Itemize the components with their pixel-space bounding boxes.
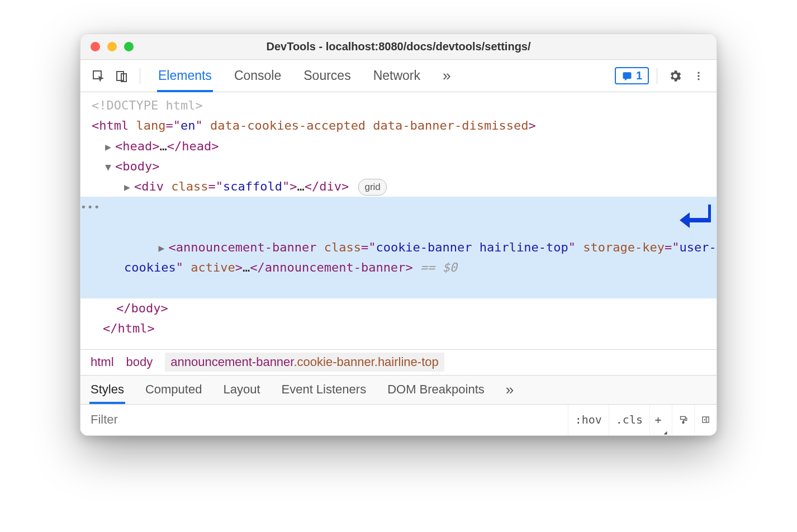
html-close-line[interactable]: </html> bbox=[92, 319, 717, 339]
zoom-window-button[interactable] bbox=[124, 42, 134, 51]
crumb-selected[interactable]: announcement-banner.cookie-banner.hairli… bbox=[165, 353, 444, 372]
issues-icon bbox=[622, 70, 633, 82]
new-style-rule-button[interactable]: +◢ bbox=[649, 405, 672, 435]
tab-elements[interactable]: Elements bbox=[158, 60, 212, 92]
head-line[interactable]: ▶<head>…</head> bbox=[92, 136, 717, 156]
svg-point-6 bbox=[698, 78, 699, 80]
body-open-line[interactable]: ▼<body> bbox=[92, 156, 717, 177]
inspect-element-icon[interactable] bbox=[88, 66, 108, 86]
tab-network[interactable]: Network bbox=[373, 60, 420, 92]
subtab-styles[interactable]: Styles bbox=[91, 376, 124, 404]
subtab-dom-breakpoints[interactable]: DOM Breakpoints bbox=[387, 376, 485, 404]
crumb-body[interactable]: body bbox=[126, 355, 153, 369]
toolbar-separator-2 bbox=[657, 68, 657, 84]
svg-rect-3 bbox=[623, 72, 631, 79]
issues-count: 1 bbox=[636, 69, 642, 82]
doctype-line[interactable]: <!DOCTYPE html> bbox=[92, 96, 717, 116]
html-open-line[interactable]: <html lang="en" data-cookies-accepted da… bbox=[92, 116, 717, 136]
panel-tabs: Elements Console Sources Network » bbox=[158, 60, 450, 92]
tab-console[interactable]: Console bbox=[234, 60, 281, 92]
kebab-menu-icon[interactable] bbox=[689, 66, 709, 86]
issues-button[interactable]: 1 bbox=[615, 67, 649, 84]
svg-rect-7 bbox=[681, 416, 686, 419]
subtab-event-listeners[interactable]: Event Listeners bbox=[282, 376, 367, 404]
subtab-layout[interactable]: Layout bbox=[223, 376, 260, 404]
selected-element-line[interactable]: ••• ▶<announcement-banner class="cookie-… bbox=[80, 197, 717, 298]
close-window-button[interactable] bbox=[91, 42, 100, 51]
breadcrumb: html body announcement-banner.cookie-ban… bbox=[80, 349, 717, 375]
devtools-window: DevTools - localhost:8080/docs/devtools/… bbox=[80, 34, 717, 436]
div-scaffold-line[interactable]: ▶<div class="scaffold">…</div> grid bbox=[92, 177, 717, 197]
svg-point-5 bbox=[698, 75, 699, 77]
styles-toolbar: :hov .cls +◢ bbox=[80, 404, 717, 435]
svg-rect-8 bbox=[682, 422, 684, 424]
window-controls bbox=[91, 42, 134, 51]
tab-more[interactable]: » bbox=[443, 60, 450, 92]
svg-point-4 bbox=[698, 72, 699, 73]
svg-rect-9 bbox=[703, 417, 709, 422]
subtab-computed[interactable]: Computed bbox=[145, 376, 202, 404]
annotation-arrow-icon bbox=[677, 201, 711, 243]
expand-arrow-icon[interactable]: ▶ bbox=[105, 139, 115, 155]
more-actions-icon[interactable]: ••• bbox=[80, 199, 101, 216]
console-ref: == $0 bbox=[420, 260, 457, 274]
main-toolbar: Elements Console Sources Network » 1 bbox=[80, 60, 717, 92]
minimize-window-button[interactable] bbox=[107, 42, 117, 51]
settings-icon[interactable] bbox=[665, 66, 685, 86]
toolbar-separator bbox=[140, 68, 140, 84]
expand-arrow-icon[interactable]: ▶ bbox=[158, 240, 168, 256]
crumb-html[interactable]: html bbox=[91, 355, 114, 369]
hov-button[interactable]: :hov bbox=[568, 405, 609, 435]
svg-rect-1 bbox=[117, 72, 124, 80]
body-close-line[interactable]: </body> bbox=[92, 298, 717, 319]
cls-button[interactable]: .cls bbox=[609, 405, 649, 435]
dom-tree[interactable]: <!DOCTYPE html> <html lang="en" data-coo… bbox=[80, 92, 717, 349]
subtab-more[interactable]: » bbox=[506, 376, 514, 404]
collapse-arrow-icon[interactable]: ▼ bbox=[105, 159, 115, 175]
expand-arrow-icon[interactable]: ▶ bbox=[124, 179, 134, 196]
paint-icon[interactable] bbox=[672, 405, 694, 435]
styles-filter-input[interactable] bbox=[80, 405, 568, 435]
window-title: DevTools - localhost:8080/docs/devtools/… bbox=[80, 40, 717, 53]
computed-sidebar-toggle-icon[interactable] bbox=[694, 405, 717, 435]
styles-tabs: Styles Computed Layout Event Listeners D… bbox=[80, 375, 717, 404]
device-toggle-icon[interactable] bbox=[112, 66, 132, 86]
tab-sources[interactable]: Sources bbox=[303, 60, 350, 92]
grid-badge[interactable]: grid bbox=[358, 179, 386, 196]
titlebar: DevTools - localhost:8080/docs/devtools/… bbox=[80, 34, 717, 60]
